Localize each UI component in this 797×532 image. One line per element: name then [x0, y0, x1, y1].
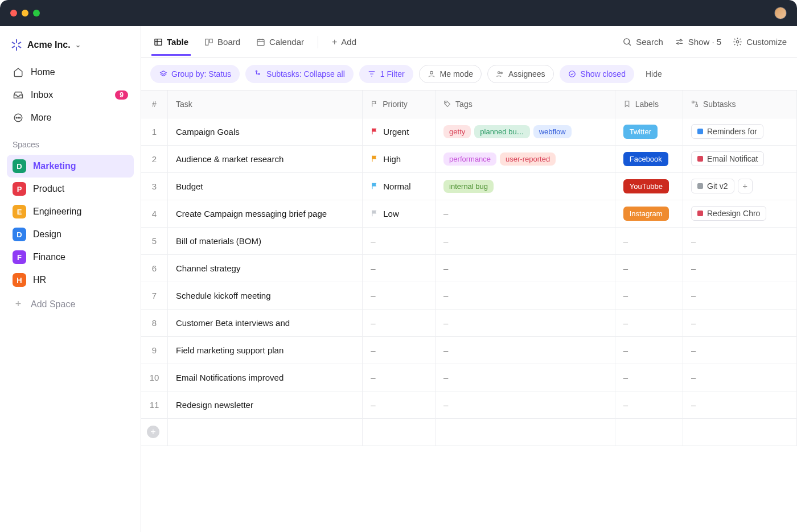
nav-more[interactable]: More — [7, 107, 134, 129]
space-item-hr[interactable]: HHR — [7, 269, 134, 291]
priority-cell[interactable]: – — [363, 254, 436, 282]
labels-cell[interactable]: – — [615, 282, 683, 309]
priority-cell[interactable]: – — [363, 336, 436, 364]
show-button[interactable]: Show · 5 — [675, 37, 721, 47]
space-item-finance[interactable]: FFinance — [7, 246, 134, 269]
assignees-chip[interactable]: Assignees — [487, 65, 554, 83]
column-header-tags[interactable]: Tags — [436, 90, 615, 118]
subtasks-cell[interactable]: Redesign Chro — [683, 200, 797, 227]
tag-pill[interactable]: performance — [443, 152, 496, 166]
subtasks-cell[interactable]: Reminders for — [683, 118, 797, 145]
labels-cell[interactable]: – — [615, 309, 683, 336]
subtasks-cell[interactable]: – — [683, 391, 797, 418]
labels-cell[interactable]: – — [615, 336, 683, 364]
task-name-cell[interactable]: Customer Beta interviews and — [168, 309, 363, 336]
task-name-cell[interactable]: Redesign newsletter — [168, 391, 363, 418]
column-header-task[interactable]: Task — [168, 90, 363, 118]
table-row[interactable]: 3 Budget Normal internal bug YouTubbe Gi… — [141, 172, 797, 200]
priority-cell[interactable]: Low — [363, 200, 436, 227]
labels-cell[interactable]: – — [615, 227, 683, 254]
tags-cell[interactable]: – — [436, 254, 615, 282]
me-mode-chip[interactable]: Me mode — [419, 65, 482, 83]
labels-cell[interactable]: – — [615, 254, 683, 282]
labels-cell[interactable]: – — [615, 391, 683, 418]
subtasks-cell[interactable]: Email Notificat — [683, 145, 797, 172]
tags-cell[interactable]: internal bug — [436, 172, 615, 200]
task-name-cell[interactable]: Schedule kickoff meeting — [168, 282, 363, 309]
column-header-labels[interactable]: Labels — [615, 90, 683, 118]
view-tab-table[interactable]: Table — [151, 28, 191, 56]
column-header-number[interactable]: # — [141, 90, 168, 118]
table-row[interactable]: 2 Audience & market research High perfor… — [141, 145, 797, 172]
workspace-switcher[interactable]: Acme Inc. ⌄ — [7, 32, 134, 60]
subtasks-cell[interactable]: – — [683, 309, 797, 336]
add-row[interactable]: + — [141, 418, 797, 446]
table-row[interactable]: 7 Schedule kickoff meeting – – – – — [141, 282, 797, 309]
subtasks-cell[interactable]: – — [683, 282, 797, 309]
tag-pill[interactable]: internal bug — [443, 180, 494, 193]
tags-cell[interactable]: – — [436, 227, 615, 254]
table-row[interactable]: 11 Redesign newsletter – – – – — [141, 391, 797, 418]
tag-pill[interactable]: planned bu… — [474, 125, 529, 138]
nav-home[interactable]: Home — [7, 61, 134, 83]
maximize-window-button[interactable] — [33, 10, 40, 17]
label-pill[interactable]: Instagram — [623, 207, 669, 221]
subtasks-chip[interactable]: Subtasks: Collapse all — [245, 65, 354, 83]
table-row[interactable]: 8 Customer Beta interviews and – – – – — [141, 309, 797, 336]
labels-cell[interactable]: – — [615, 364, 683, 391]
space-item-product[interactable]: PProduct — [7, 178, 134, 200]
priority-cell[interactable]: – — [363, 227, 436, 254]
tags-cell[interactable]: – — [436, 309, 615, 336]
nav-inbox[interactable]: Inbox 9 — [7, 84, 134, 106]
task-table-container[interactable]: # Task Priority Tags Labels Subtasks — [141, 90, 797, 532]
priority-cell[interactable]: – — [363, 309, 436, 336]
show-closed-chip[interactable]: Show closed — [560, 65, 634, 83]
subtasks-cell[interactable]: – — [683, 254, 797, 282]
subtask-pill[interactable]: Reminders for — [691, 124, 763, 139]
tags-cell[interactable]: – — [436, 336, 615, 364]
tags-cell[interactable]: – — [436, 282, 615, 309]
tag-pill[interactable]: getty — [443, 125, 471, 138]
add-task-button[interactable]: + — [147, 426, 159, 438]
tag-pill[interactable]: webflow — [533, 125, 572, 138]
subtask-pill[interactable]: Redesign Chro — [691, 206, 766, 221]
hide-button[interactable]: Hide — [640, 69, 662, 79]
minimize-window-button[interactable] — [22, 10, 28, 17]
subtask-pill[interactable]: Git v2 — [691, 179, 734, 193]
add-view-button[interactable]: + Add — [330, 28, 359, 56]
priority-cell[interactable]: – — [363, 282, 436, 309]
priority-cell[interactable]: – — [363, 364, 436, 391]
add-subtask-button[interactable]: + — [738, 179, 753, 193]
table-row[interactable]: 6 Channel strategy – – – – — [141, 254, 797, 282]
label-pill[interactable]: Facebook — [623, 152, 668, 166]
task-name-cell[interactable]: Field marketing support plan — [168, 336, 363, 364]
table-row[interactable]: 4 Create Campaign messaging brief page L… — [141, 200, 797, 227]
tags-cell[interactable]: – — [436, 364, 615, 391]
filter-chip[interactable]: 1 Filter — [359, 65, 413, 83]
label-pill[interactable]: Twitter — [623, 125, 658, 139]
close-window-button[interactable] — [10, 10, 17, 17]
column-header-subtasks[interactable]: Subtasks — [683, 90, 797, 118]
priority-cell[interactable]: – — [363, 391, 436, 418]
task-name-cell[interactable]: Campaign Goals — [168, 118, 363, 145]
table-row[interactable]: 1 Campaign Goals Urgent gettyplanned bu…… — [141, 118, 797, 145]
priority-cell[interactable]: Normal — [363, 172, 436, 200]
add-space-button[interactable]: + Add Space — [7, 292, 134, 316]
space-item-engineering[interactable]: EEngineering — [7, 200, 134, 223]
task-name-cell[interactable]: Channel strategy — [168, 254, 363, 282]
priority-cell[interactable]: Urgent — [363, 118, 436, 145]
tags-cell[interactable]: gettyplanned bu…webflow — [436, 118, 615, 145]
subtask-pill[interactable]: Email Notificat — [691, 151, 764, 166]
space-item-marketing[interactable]: DMarketing — [7, 155, 134, 178]
task-name-cell[interactable]: Email Notifications improved — [168, 364, 363, 391]
group-by-chip[interactable]: Group by: Status — [150, 65, 240, 83]
labels-cell[interactable]: Twitter — [615, 118, 683, 145]
view-tab-calendar[interactable]: Calendar — [254, 28, 306, 56]
tags-cell[interactable]: – — [436, 391, 615, 418]
space-item-design[interactable]: DDesign — [7, 223, 134, 246]
labels-cell[interactable]: Facebook — [615, 145, 683, 172]
subtasks-cell[interactable]: – — [683, 364, 797, 391]
label-pill[interactable]: YouTubbe — [623, 179, 669, 193]
subtasks-cell[interactable]: – — [683, 336, 797, 364]
subtasks-cell[interactable]: Git v2+ — [683, 172, 797, 200]
